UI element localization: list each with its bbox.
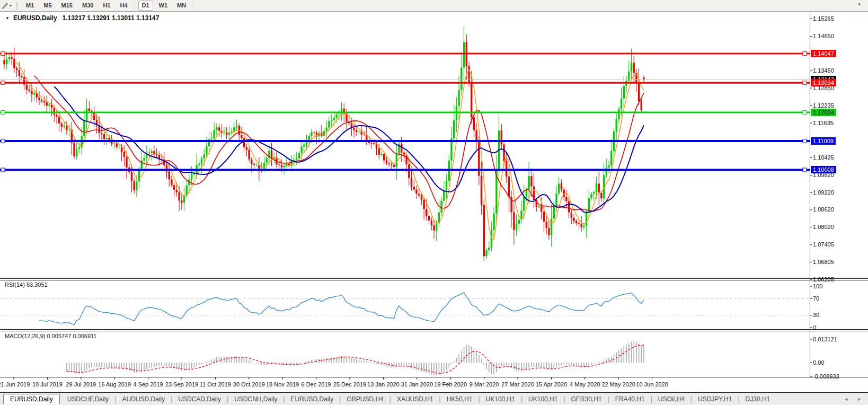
chart-tab-EURUSD-Daily[interactable]: EURUSD,Daily [3,394,60,404]
rsi-indicator-label: RSI(14) 63.3051 [5,281,48,288]
chart-tab-USDCAD-Daily[interactable]: USDCAD,Daily [173,394,226,404]
rsi-axis-tick: 70 [813,295,819,302]
candles-bearish [3,34,644,261]
pencil-icon [1,2,8,10]
chart-tab-GBPUSD-H4[interactable]: GBPUSD,H4 [341,394,388,404]
macd-axis-tick: 0.013121 [813,336,837,343]
timeframe-button-MN[interactable]: MN [173,1,190,11]
price-axis-tick: 1.15265 [813,15,834,22]
axis-ticks [14,19,812,380]
ma-mid-red [34,76,644,212]
price-line-tag: 1.12004 [811,109,836,116]
chart-tab-AUDUSD-Daily[interactable]: AUDUSD,Daily [117,394,171,404]
hline-1.11009 [0,139,810,143]
macd-histogram [67,341,644,375]
ma-fast-orange [14,61,644,240]
pane-borders [0,12,868,377]
ma-slow-blue [54,86,644,213]
price-axis-tick: 1.12235 [813,102,834,109]
mt4-window: ▾ M1M5M15M30H1H4D1W1MN ▾ ▼ EURUSD,Daily … [0,0,868,405]
timeframe-button-W1[interactable]: W1 [155,1,172,11]
price-axis-tick: 1.06805 [813,259,834,266]
timeframe-button-M1[interactable]: M1 [22,1,38,11]
chart-tab-XAUUSD-H1[interactable]: XAUUSD,H1 [392,394,439,404]
chart-tab-USDCNH-Daily[interactable]: USDCNH,Daily [229,394,282,404]
chart-tab-bar: EURUSD,DailyUSDCHF,Daily|AUDUSD,Daily|US… [0,392,868,405]
price-axis-tick: 1.11635 [813,120,834,127]
rsi-axis-tick: 100 [813,283,822,290]
chart-tab-DJ30-H1[interactable]: DJ30,H1 [740,394,776,404]
rsi-axis-tick: 0 [813,324,816,331]
price-line-tag: 1.14047 [811,50,836,57]
draw-tool-fragment[interactable]: ▾ [1,2,13,10]
price-line-tag: 1.10008 [811,166,836,173]
timeframe-button-M15[interactable]: M15 [58,1,76,11]
timeframe-button-H1[interactable]: H1 [99,1,114,11]
price-chart-canvas[interactable] [0,0,868,392]
candles-bullish [6,26,632,259]
price-axis-tick: 1.07405 [813,241,834,248]
toolbar-grip[interactable] [16,2,17,10]
chart-tabs: EURUSD,DailyUSDCHF,Daily|AUDUSD,Daily|US… [0,394,775,404]
tab-scroll-right-icon[interactable]: ► [857,397,862,402]
hline-1.14047 [0,52,810,56]
chart-ohlc-quote: 1.13217 1.13291 1.13011 1.13147 [63,14,160,22]
price-axis-tick: 1.06205 [813,276,834,283]
price-axis-tick: 1.14650 [813,33,834,40]
chart-tab-UK100-H1[interactable]: UK100,H1 [523,394,563,404]
timeframe-buttons: M1M5M15M30H1H4D1W1MN [21,1,196,11]
chart-tab-HK50-H1[interactable]: HK50,H1 [441,394,478,404]
price-axis-tick: 1.08020 [813,224,834,231]
rsi-axis-tick: 30 [813,312,819,319]
price-axis-tick: 1.09220 [813,189,834,196]
toolbar-overflow-icon[interactable]: ▾ [858,2,861,7]
chevron-down-icon[interactable]: ▾ [10,3,12,8]
chart-title: ▼ EURUSD,Daily 1.13217 1.13291 1.13011 1… [5,14,159,22]
timeframe-button-H4[interactable]: H4 [116,1,131,11]
timeframe-button-M5[interactable]: M5 [40,1,55,11]
tab-scroll-left-icon[interactable]: ◄ [844,397,848,402]
price-line-tag: 1.13034 [811,79,836,86]
price-line-tag: 1.11009 [811,137,836,145]
hline-1.12004 [0,111,810,115]
timeframe-button-D1[interactable]: D1 [138,1,153,11]
chart-tab-FRA40-H1[interactable]: FRA40,H1 [610,394,650,404]
timeframe-toolbar: ▾ M1M5M15M30H1H4D1W1MN ▾ [0,0,868,12]
chart-tab-USDJPY-H1[interactable]: USDJPY,H1 [693,394,737,404]
toolbar-separator [193,2,193,10]
macd-axis-tick: -0.008933 [813,373,839,380]
price-axis-tick: 1.13450 [813,67,834,74]
toolbar-separator [135,2,135,10]
chart-tab-UK100-H1[interactable]: UK100,H1 [481,394,520,404]
timeframe-button-M30[interactable]: M30 [78,1,97,11]
hline-1.13034 [0,81,810,85]
rsi-line [39,293,644,324]
price-axis-tick: 1.10435 [813,154,834,161]
chart-tab-USDCHF-Daily[interactable]: USDCHF,Daily [62,394,114,404]
chart-tab-EURUSD-Daily[interactable]: EURUSD,Daily [286,394,339,404]
macd-axis-tick: 0.00 [813,359,824,366]
tab-scroll-arrows: ◄ ► [844,397,862,402]
chart-dropdown-icon[interactable]: ▼ [5,16,10,21]
chart-tab-USOil-H4[interactable]: USOil,H4 [653,394,690,404]
chart-tab-GER30-H1[interactable]: GER30,H1 [566,394,607,404]
price-axis-tick: 1.08620 [813,206,834,213]
hline-1.10008 [0,168,810,172]
macd-indicator-label: MACD(12,26,9) 0.005747 0.006911 [5,333,96,339]
chart-symbol-label: EURUSD,Daily [13,14,57,22]
macd-signal-line [67,345,644,373]
time-axis-label: 10 Jun 2020 [627,381,677,388]
